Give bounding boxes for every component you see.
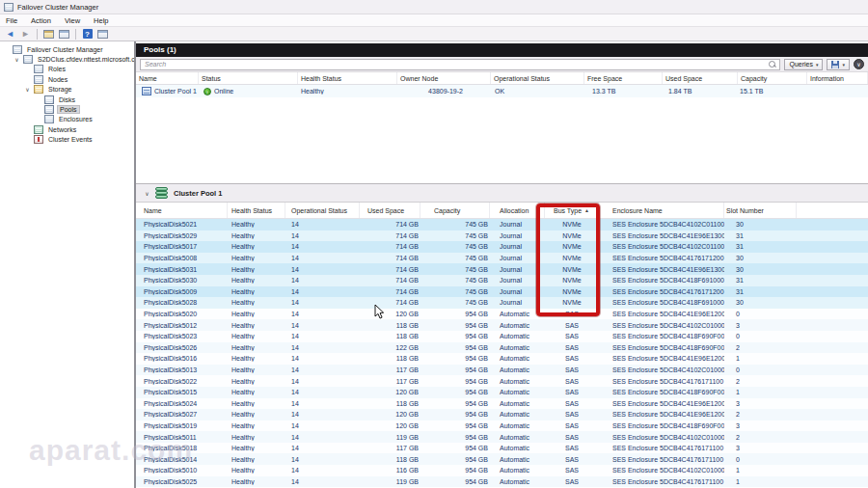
- sidebar-item-disks[interactable]: Disks: [0, 95, 134, 104]
- queries-button[interactable]: Queries▾: [784, 59, 823, 70]
- column-header-owner-node[interactable]: Owner Node: [397, 72, 491, 84]
- pool-row[interactable]: Cluster Pool 1 ↑Online Healthy 43809-19-…: [136, 85, 868, 97]
- disk-row-physicaldisk5026[interactable]: PhysicalDisk5026Healthy14122 GB954 GBAut…: [136, 342, 868, 354]
- disk-row-physicaldisk5009[interactable]: PhysicalDisk5009Healthy14714 GB745 GBJou…: [136, 286, 868, 298]
- disk-row-physicaldisk5028[interactable]: PhysicalDisk5028Healthy14714 GB745 GBJou…: [136, 297, 868, 309]
- column-header-operational-status[interactable]: Operational Status: [491, 72, 584, 84]
- cell-name: PhysicalDisk5031: [136, 266, 228, 273]
- cell-allocation: Automatic: [490, 333, 545, 339]
- column-header-allocation[interactable]: Allocation: [490, 203, 545, 218]
- disk-row-physicaldisk5010[interactable]: PhysicalDisk5010Healthy14116 GB954 GBAut…: [136, 465, 868, 476]
- collapse-section-icon[interactable]: ∨: [144, 190, 150, 197]
- sidebar-item-roles[interactable]: Roles: [0, 65, 134, 74]
- export-list-icon[interactable]: [42, 28, 55, 40]
- column-header-information[interactable]: Information: [807, 72, 868, 84]
- column-header-free-space[interactable]: Free Space: [584, 72, 663, 84]
- column-header-health-status[interactable]: Health Status: [228, 203, 285, 218]
- column-header-enclosure-name[interactable]: Enclosure Name: [599, 203, 724, 218]
- disk-row-physicaldisk5013[interactable]: PhysicalDisk5013Healthy14117 GB954 GBAut…: [136, 365, 868, 376]
- chevron-expanded-icon[interactable]: ∨: [24, 86, 31, 93]
- disk-row-physicaldisk5012[interactable]: PhysicalDisk5012Healthy14118 GB954 GBAut…: [136, 319, 868, 331]
- column-header-operational-status[interactable]: Operational Status: [285, 203, 360, 218]
- properties-icon[interactable]: [96, 28, 109, 40]
- enclosures-icon: [44, 115, 54, 123]
- disk-row-physicaldisk5022[interactable]: PhysicalDisk5022Healthy14117 GB954 GBAut…: [136, 375, 868, 387]
- disk-row-physicaldisk5020[interactable]: PhysicalDisk5020Healthy14120 GB954 GBAut…: [136, 309, 868, 320]
- cell-name: PhysicalDisk5016: [136, 355, 228, 362]
- menu-action[interactable]: Action: [31, 16, 51, 25]
- disk-row-physicaldisk5021[interactable]: PhysicalDisk5021Healthy14714 GB745 GBJou…: [136, 219, 868, 230]
- cluster-icon: [23, 55, 33, 64]
- disk-row-physicaldisk5017[interactable]: PhysicalDisk5017Healthy14714 GB745 GBJou…: [136, 241, 868, 253]
- cell-capacity: 954 GB: [420, 333, 490, 339]
- disk-row-physicaldisk5019[interactable]: PhysicalDisk5019Healthy14120 GB954 GBAut…: [136, 420, 868, 432]
- column-header-used-space[interactable]: Used Space: [360, 203, 420, 218]
- column-header-name[interactable]: Name: [136, 203, 228, 218]
- column-header-health-status[interactable]: Health Status: [298, 72, 397, 84]
- pool-owner-node: 43809-19-2: [397, 88, 491, 95]
- help-icon[interactable]: ?: [81, 28, 94, 40]
- sidebar-item-enclosures[interactable]: Enclosures: [0, 115, 134, 124]
- disk-row-physicaldisk5014[interactable]: PhysicalDisk5014Healthy14118 GB954 GBAut…: [136, 453, 868, 465]
- column-header-capacity[interactable]: Capacity: [738, 72, 807, 84]
- cell-allocation: Automatic: [490, 411, 545, 418]
- disk-row-physicaldisk5018[interactable]: PhysicalDisk5018Healthy14117 GB954 GBAut…: [136, 443, 868, 454]
- cell-name: PhysicalDisk5011: [136, 434, 228, 441]
- cell-name: PhysicalDisk5019: [136, 422, 228, 429]
- column-header-name[interactable]: Name: [136, 72, 199, 84]
- column-header-status[interactable]: Status: [199, 72, 298, 84]
- show-hide-console-tree-icon[interactable]: [58, 28, 70, 40]
- cell-capacity: 954 GB: [420, 422, 490, 429]
- sidebar-item-s2dclus-cfdev-nttest-microsoft-com[interactable]: ∨S2DClus.cfdev.nttest.microsoft.com: [0, 54, 134, 64]
- cell-slot-number: 3: [724, 322, 797, 329]
- collapse-panel-button[interactable]: ∨: [854, 59, 864, 69]
- disk-row-physicaldisk5025[interactable]: PhysicalDisk5025Healthy14119 GB954 GBAut…: [136, 476, 868, 488]
- cell-capacity: 745 GB: [420, 243, 490, 250]
- menu-help[interactable]: Help: [94, 16, 108, 25]
- menu-view[interactable]: View: [65, 16, 80, 25]
- disk-row-physicaldisk5008[interactable]: PhysicalDisk5008Healthy14714 GB745 GBJou…: [136, 253, 868, 264]
- cell-capacity: 745 GB: [420, 266, 490, 273]
- cluster-events-icon: [34, 135, 43, 144]
- sidebar-item-nodes[interactable]: Nodes: [0, 74, 134, 84]
- sidebar-item-pools[interactable]: Pools: [0, 104, 134, 114]
- cell-slot-number: 31: [724, 288, 797, 295]
- online-status-icon: ↑: [203, 88, 211, 95]
- cell-name: PhysicalDisk5009: [136, 288, 228, 295]
- disk-row-physicaldisk5011[interactable]: PhysicalDisk5011Healthy14119 GB954 GBAut…: [136, 431, 868, 443]
- cell-operational-status: 14: [285, 243, 360, 250]
- disk-row-physicaldisk5029[interactable]: PhysicalDisk5029Healthy14714 GB745 GBJou…: [136, 230, 868, 242]
- cell-name: PhysicalDisk5017: [136, 243, 228, 250]
- cell-bus-type: SAS: [545, 445, 599, 451]
- cell-allocation: Automatic: [490, 445, 545, 451]
- search-input[interactable]: Search: [140, 59, 780, 70]
- empty-space: [136, 97, 868, 183]
- sidebar-item-label: Nodes: [46, 76, 69, 83]
- sidebar-item-networks[interactable]: Networks: [0, 124, 134, 134]
- pool-status: Online: [214, 88, 233, 95]
- save-query-button[interactable]: ▾: [827, 59, 850, 70]
- disk-row-physicaldisk5015[interactable]: PhysicalDisk5015Healthy14120 GB954 GBAut…: [136, 387, 868, 398]
- forward-icon[interactable]: ►: [19, 28, 32, 40]
- chevron-expanded-icon[interactable]: ∨: [14, 56, 20, 63]
- disk-row-physicaldisk5023[interactable]: PhysicalDisk5023Healthy14118 GB954 GBAut…: [136, 331, 868, 342]
- cell-slot-number: 1: [724, 389, 797, 395]
- disk-row-physicaldisk5030[interactable]: PhysicalDisk5030Healthy14714 GB745 GBJou…: [136, 275, 868, 286]
- cell-bus-type: NVMe: [545, 277, 599, 284]
- sidebar-item-cluster-events[interactable]: Cluster Events: [0, 135, 134, 145]
- disk-row-physicaldisk5016[interactable]: PhysicalDisk5016Healthy14118 GB954 GBAut…: [136, 353, 868, 365]
- column-header-used-space[interactable]: Used Space: [663, 72, 738, 84]
- menu-file[interactable]: File: [6, 16, 17, 25]
- sidebar-item-storage[interactable]: ∨Storage: [0, 85, 134, 95]
- column-header-capacity[interactable]: Capacity: [420, 203, 490, 218]
- column-header-bus-type[interactable]: Bus Type▲: [545, 203, 599, 218]
- sidebar-item-label: Pools: [57, 105, 80, 114]
- disk-row-physicaldisk5024[interactable]: PhysicalDisk5024Healthy14118 GB954 GBAut…: [136, 398, 868, 410]
- back-icon[interactable]: ◄: [4, 28, 16, 40]
- disk-row-physicaldisk5031[interactable]: PhysicalDisk5031Healthy14714 GB745 GBJou…: [136, 263, 868, 275]
- column-header-slot-number[interactable]: Slot Number: [724, 203, 797, 218]
- sidebar-item-failover-cluster-manager[interactable]: Failover Cluster Manager: [0, 44, 134, 54]
- cell-operational-status: 14: [285, 411, 360, 418]
- cell-allocation: Automatic: [490, 355, 545, 362]
- disk-row-physicaldisk5027[interactable]: PhysicalDisk5027Healthy14120 GB954 GBAut…: [136, 409, 868, 420]
